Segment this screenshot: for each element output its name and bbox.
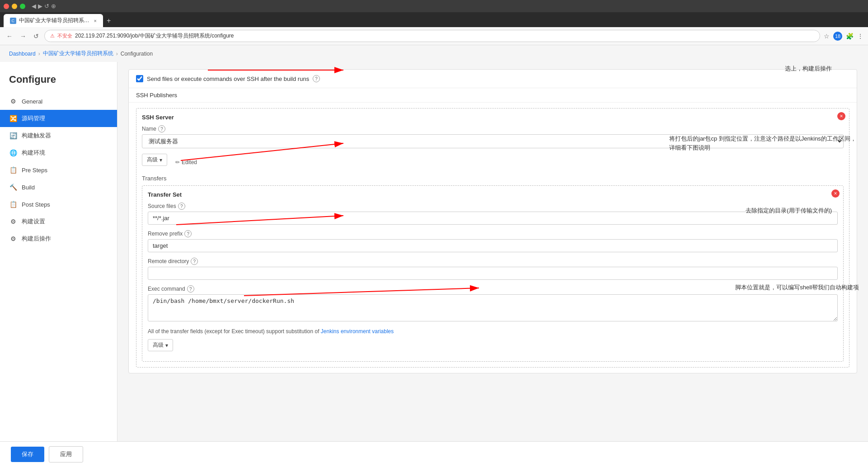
tab-bar: C 中国矿业大学辅导员招聘系统 Co... × +	[0, 12, 868, 27]
advanced-button[interactable]: 高级 ▾	[142, 154, 167, 166]
save-button[interactable]: 保存	[11, 447, 44, 462]
ssh-publishers-label: SSH Publishers	[129, 88, 857, 103]
main-layout: Configure ⚙ General 🔀 源码管理 🔄 构建触发器 🌐 构建环…	[0, 62, 868, 467]
sidebar-label-triggers: 构建触发器	[22, 132, 51, 140]
insecure-label: 不安全	[57, 33, 72, 39]
sidebar-item-post-steps[interactable]: 📋 Post Steps	[0, 196, 117, 213]
sidebar-label-pre: Pre Steps	[22, 167, 47, 174]
name-help-icon[interactable]: ?	[158, 125, 165, 132]
remove-prefix-row: Remove prefix ?	[148, 230, 838, 252]
forward-button[interactable]: →	[18, 32, 28, 41]
build-settings-icon: ⚙	[9, 217, 17, 226]
sidebar-item-build-env[interactable]: 🌐 构建环境	[0, 144, 117, 161]
ssh-server-title: SSH Server	[142, 114, 844, 121]
source-files-label: Source files ?	[148, 203, 838, 210]
build-triggers-icon: 🔄	[9, 132, 17, 140]
sidebar-item-general[interactable]: ⚙ General	[0, 93, 117, 110]
name-select[interactable]: 测试服务器	[142, 134, 844, 148]
sidebar-item-build[interactable]: 🔨 Build	[0, 179, 117, 196]
exec-cmd-label: Exec command ?	[148, 285, 838, 292]
sidebar-label-source: 源码管理	[22, 114, 45, 123]
transfer-note: All of the transfer fields (except for E…	[148, 328, 838, 335]
source-files-input[interactable]	[148, 212, 838, 225]
sidebar-item-source-mgmt[interactable]: 🔀 源码管理	[0, 110, 117, 127]
extensions-icon[interactable]: 🧩	[846, 33, 854, 40]
remote-dir-input[interactable]	[148, 267, 838, 280]
breadcrumb-dashboard[interactable]: Dashboard	[9, 51, 36, 57]
breadcrumb-current: Configuration	[121, 51, 153, 57]
insecure-icon: ⚠	[50, 33, 55, 39]
sidebar-item-post-build[interactable]: ⚙ 构建后操作	[0, 230, 117, 247]
checkbox-row: Send files or execute commands over SSH …	[129, 70, 857, 88]
breadcrumb-sep-1: ›	[38, 51, 40, 57]
browser-chrome: ◀ ▶ ↺ ⊕	[0, 0, 868, 12]
remote-dir-label: Remote directory ?	[148, 258, 838, 265]
content-area: 选上，构建后操作 将打包后的jar包cp 到指定位置，注意这个路径是以Jenki…	[117, 62, 868, 467]
chevron-down-icon: ▾	[160, 157, 162, 163]
source-files-row: Source files ?	[148, 203, 838, 225]
remove-prefix-label: Remove prefix ?	[148, 230, 838, 237]
menu-icon[interactable]: ⋮	[857, 33, 863, 40]
sidebar-label-build: Build	[22, 184, 35, 191]
name-field-row: Name ? 测试服务器	[142, 125, 844, 148]
exec-cmd-row: Exec command ? /bin/bash /home/bmxt/serv…	[148, 285, 838, 323]
ssh-server-close-button[interactable]: ×	[837, 112, 845, 120]
general-icon: ⚙	[9, 97, 17, 105]
back-button[interactable]: ←	[5, 32, 14, 41]
remove-prefix-help-icon[interactable]: ?	[184, 230, 192, 237]
sidebar-item-pre-steps[interactable]: 📋 Pre Steps	[0, 161, 117, 179]
ssh-server-box: × SSH Server Name ? 测试服务器 高级	[136, 108, 849, 368]
tab-close-icon[interactable]: ×	[94, 18, 97, 24]
remove-prefix-input[interactable]	[148, 239, 838, 252]
transfer-chevron-icon: ▾	[165, 342, 168, 349]
sidebar-title: Configure	[0, 69, 117, 93]
sidebar-label-general: General	[22, 98, 42, 105]
active-tab[interactable]: C 中国矿业大学辅导员招聘系统 Co... ×	[4, 14, 103, 27]
checkbox-label: Send files or execute commands over SSH …	[147, 75, 309, 82]
source-mgmt-icon: 🔀	[9, 114, 17, 123]
remote-dir-help-icon[interactable]: ?	[191, 258, 198, 265]
new-tab-button[interactable]: +	[103, 15, 114, 27]
ssh-checkbox[interactable]	[136, 75, 143, 82]
advanced-row: 高级 ▾ ✏ Edited	[142, 154, 844, 170]
reload-button[interactable]: ↺	[32, 32, 41, 41]
address-text: 202.119.207.251:9090/job/中国矿业大学辅导员招聘系统/c…	[75, 32, 234, 40]
breadcrumb-sep-2: ›	[116, 51, 118, 57]
transfer-set-title: Transfer Set	[148, 191, 838, 198]
exec-cmd-help-icon[interactable]: ?	[187, 285, 194, 292]
source-files-help-icon[interactable]: ?	[178, 203, 185, 210]
sidebar-label-post: Post Steps	[22, 201, 50, 208]
bookmark-icon[interactable]: ☆	[824, 33, 830, 40]
pencil-icon: ✏	[175, 159, 180, 165]
edited-badge: ✏ Edited	[175, 159, 197, 165]
checkbox-help-icon[interactable]: ?	[313, 75, 320, 82]
sidebar-label-post-build: 构建后操作	[22, 235, 51, 243]
transfer-advanced-button[interactable]: 高级 ▾	[148, 339, 173, 351]
pre-steps-icon: 📋	[9, 166, 17, 174]
address-bar-row: ← → ↺ ⚠ 不安全 202.119.207.251:9090/job/中国矿…	[0, 27, 868, 45]
remote-dir-row: Remote directory ?	[148, 258, 838, 280]
post-build-icon: ⚙	[9, 235, 17, 243]
exec-cmd-textarea[interactable]: /bin/bash /home/bmxt/server/dockerRun.sh	[148, 294, 838, 321]
sidebar: Configure ⚙ General 🔀 源码管理 🔄 构建触发器 🌐 构建环…	[0, 62, 117, 467]
apply-button[interactable]: 应用	[49, 446, 83, 462]
bottom-bar: 保存 应用	[0, 441, 868, 467]
sidebar-item-build-settings[interactable]: ⚙ 构建设置	[0, 213, 117, 230]
transfer-set-box: × Transfer Set Source files ? Remove p	[142, 185, 844, 362]
name-label: Name ?	[142, 125, 844, 132]
post-steps-icon: 📋	[9, 200, 17, 208]
address-bar[interactable]: ⚠ 不安全 202.119.207.251:9090/job/中国矿业大学辅导员…	[44, 30, 820, 42]
browser-icons: ☆ 18 🧩 ⋮	[824, 32, 863, 41]
sidebar-item-build-triggers[interactable]: 🔄 构建触发器	[0, 127, 117, 144]
profile-icon[interactable]: 18	[833, 32, 842, 41]
jenkins-env-vars-link[interactable]: Jenkins environment variables	[321, 328, 394, 335]
transfers-label: Transfers	[142, 175, 844, 182]
build-icon: 🔨	[9, 183, 17, 191]
build-env-icon: 🌐	[9, 149, 17, 157]
transfer-set-close-button[interactable]: ×	[831, 189, 840, 198]
main-section: Send files or execute commands over SSH …	[128, 69, 857, 373]
sidebar-label-env: 构建环境	[22, 149, 45, 157]
breadcrumb-project[interactable]: 中国矿业大学辅导员招聘系统	[43, 50, 113, 57]
breadcrumb: Dashboard › 中国矿业大学辅导员招聘系统 › Configuratio…	[0, 45, 868, 62]
sidebar-label-settings: 构建设置	[22, 217, 45, 226]
